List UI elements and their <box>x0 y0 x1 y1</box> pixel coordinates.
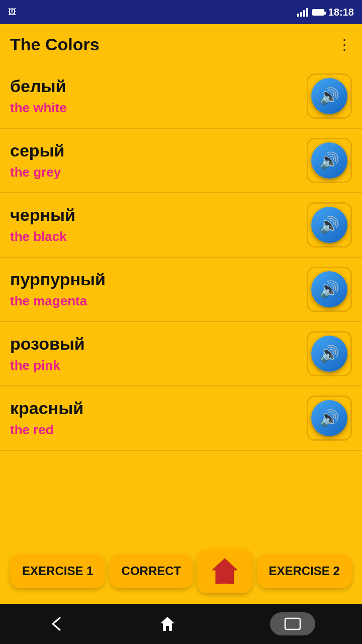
word-english: the red <box>10 422 83 438</box>
status-left: 🖼 <box>8 8 16 17</box>
audio-button-1[interactable]: 🔊 <box>307 138 352 183</box>
app-title: The Colors <box>10 35 100 54</box>
word-item: черный the black 🔊 <box>0 193 362 258</box>
word-item: пурпурный the magenta 🔊 <box>0 258 362 322</box>
word-russian: черный <box>10 205 75 225</box>
recent-nav-button[interactable] <box>270 612 315 635</box>
word-russian: серый <box>10 141 65 160</box>
word-russian: красный <box>10 398 83 418</box>
audio-btn-inner: 🔊 <box>311 400 347 436</box>
word-item: белый the white 🔊 <box>0 64 362 129</box>
audio-button-0[interactable]: 🔊 <box>307 73 352 119</box>
recent-icon <box>284 617 301 630</box>
more-menu-icon[interactable]: ⋮ <box>337 36 352 53</box>
word-russian: розовый <box>10 334 85 354</box>
empty-space <box>0 451 362 538</box>
image-icon: 🖼 <box>8 8 16 17</box>
home-button[interactable] <box>197 549 252 593</box>
content-area: белый the white 🔊 серый the grey 🔊 черны… <box>0 64 362 604</box>
word-english: the magenta <box>10 293 106 309</box>
speaker-icon: 🔊 <box>319 280 339 299</box>
word-english: the pink <box>10 358 85 373</box>
status-right: 18:18 <box>297 7 354 18</box>
time-display: 18:18 <box>328 7 354 18</box>
speaker-icon: 🔊 <box>319 87 339 106</box>
word-text-block: серый the grey <box>10 141 65 180</box>
audio-btn-inner: 🔊 <box>311 271 347 307</box>
audio-btn-inner: 🔊 <box>311 207 347 243</box>
speaker-icon: 🔊 <box>319 409 339 428</box>
speaker-icon: 🔊 <box>319 215 339 234</box>
status-bar: 🖼 18:18 <box>0 0 362 24</box>
app-bar: The Colors ⋮ <box>0 24 362 64</box>
word-text-block: белый the white <box>10 76 67 116</box>
home-nav-icon <box>158 615 176 633</box>
word-text-block: пурпурный the magenta <box>10 270 106 309</box>
svg-marker-2 <box>160 617 174 631</box>
word-english: the black <box>10 229 75 245</box>
audio-btn-inner: 🔊 <box>311 78 347 114</box>
audio-button-2[interactable]: 🔊 <box>307 202 352 248</box>
back-nav-button[interactable] <box>47 615 65 633</box>
svg-rect-3 <box>285 618 300 629</box>
svg-rect-1 <box>221 575 229 584</box>
bottom-toolbar: EXERCISE 1 CORRECT EXERCISE 2 <box>0 538 362 604</box>
word-item: серый the grey 🔊 <box>0 129 362 193</box>
word-text-block: красный the red <box>10 398 83 438</box>
home-nav-button[interactable] <box>158 615 176 633</box>
battery-icon <box>312 9 324 16</box>
exercise1-button[interactable]: EXERCISE 1 <box>10 554 105 588</box>
system-nav-bar <box>0 604 362 644</box>
word-russian: пурпурный <box>10 270 106 289</box>
correct-button[interactable]: CORRECT <box>110 554 194 588</box>
word-russian: белый <box>10 76 67 96</box>
word-item: розовый the pink 🔊 <box>0 322 362 386</box>
audio-button-5[interactable]: 🔊 <box>307 395 352 441</box>
back-icon <box>47 615 65 633</box>
audio-btn-inner: 🔊 <box>311 336 347 372</box>
word-english: the white <box>10 100 67 116</box>
audio-btn-inner: 🔊 <box>311 142 347 179</box>
speaker-icon: 🔊 <box>319 151 339 170</box>
word-english: the grey <box>10 165 65 180</box>
exercise2-button[interactable]: EXERCISE 2 <box>257 554 352 588</box>
word-item: красный the red 🔊 <box>0 386 362 451</box>
speaker-icon: 🔊 <box>319 344 339 363</box>
signal-icon <box>297 8 308 17</box>
home-icon <box>210 556 240 586</box>
audio-button-3[interactable]: 🔊 <box>307 267 352 312</box>
audio-button-4[interactable]: 🔊 <box>307 331 352 376</box>
word-text-block: черный the black <box>10 205 75 245</box>
word-list: белый the white 🔊 серый the grey 🔊 черны… <box>0 64 362 451</box>
word-text-block: розовый the pink <box>10 334 85 373</box>
